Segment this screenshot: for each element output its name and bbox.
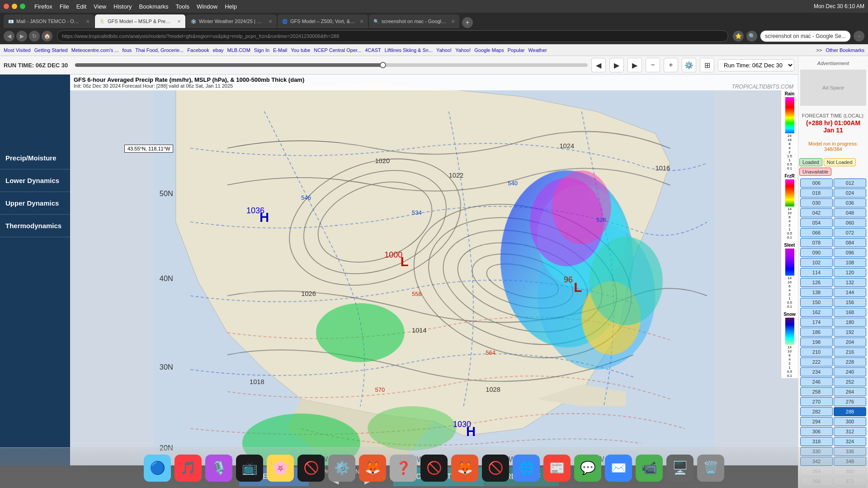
prev-frame-button[interactable]: ◀ xyxy=(591,58,606,72)
forecast-hour-186[interactable]: 186 xyxy=(800,328,833,337)
forecast-hour-036[interactable]: 036 xyxy=(834,198,866,207)
forecast-hour-084[interactable]: 084 xyxy=(834,238,866,247)
grid-button[interactable]: ⊞ xyxy=(700,58,714,72)
plus-button[interactable]: + xyxy=(664,58,678,72)
forecast-hour-138[interactable]: 138 xyxy=(800,288,833,297)
dock-messages[interactable]: 💬 xyxy=(574,455,601,482)
menu-file[interactable]: File xyxy=(60,3,69,10)
dock-help[interactable]: ❓ xyxy=(390,455,417,482)
close-tab-gfs-mslp[interactable]: ✕ xyxy=(177,19,181,24)
forecast-hour-006[interactable]: 006 xyxy=(800,178,833,188)
dock-news[interactable]: 📰 xyxy=(543,455,571,482)
address-bar[interactable]: https://www.tropicaltidbits.com/analysis… xyxy=(57,30,728,42)
maximize-button[interactable] xyxy=(20,4,25,9)
forward-button[interactable]: ▶ xyxy=(16,31,27,42)
close-tab-winter[interactable]: ✕ xyxy=(269,19,272,24)
window-controls[interactable] xyxy=(4,4,25,9)
search-button[interactable]: → xyxy=(854,31,864,42)
sidebar-item-precip[interactable]: Precip/Moisture xyxy=(0,147,70,169)
forecast-hour-042[interactable]: 042 xyxy=(800,208,833,217)
forecast-hour-162[interactable]: 162 xyxy=(800,308,833,317)
dock-trash[interactable]: 🗑️ xyxy=(697,455,724,482)
forecast-hour-102[interactable]: 102 xyxy=(800,258,833,267)
bookmark-yahoo2[interactable]: Yahoo! xyxy=(455,47,471,53)
forecast-hour-216[interactable]: 216 xyxy=(834,347,866,357)
dock-finder[interactable]: 🔵 xyxy=(144,455,171,482)
dock-unknown1[interactable]: 🚫 xyxy=(420,455,448,482)
dock-unknown2[interactable]: 🚫 xyxy=(482,455,509,482)
forecast-hour-078[interactable]: 078 xyxy=(800,238,833,247)
forecast-hour-072[interactable]: 072 xyxy=(834,228,866,237)
dock-photos[interactable]: 🌸 xyxy=(267,455,294,482)
minimize-button[interactable] xyxy=(12,4,17,9)
bookmark-getting-started[interactable]: Getting Started xyxy=(34,47,68,53)
forecast-hour-150[interactable]: 150 xyxy=(800,298,833,307)
menu-history[interactable]: History xyxy=(113,3,132,10)
dock-desktop[interactable]: 🖥️ xyxy=(666,455,693,482)
forecast-hour-222[interactable]: 222 xyxy=(800,357,833,366)
forecast-hour-240[interactable]: 240 xyxy=(834,367,866,376)
bookmark-ncep[interactable]: NCEP Central Oper... xyxy=(314,47,361,53)
progress-bar[interactable] xyxy=(75,63,588,67)
menu-window[interactable]: Window xyxy=(197,3,217,10)
forecast-hour-264[interactable]: 264 xyxy=(834,387,866,396)
forecast-hour-090[interactable]: 090 xyxy=(800,248,833,257)
forecast-hour-210[interactable]: 210 xyxy=(800,347,833,357)
bookmark-yahoo1[interactable]: Yahoo! xyxy=(436,47,452,53)
home-button[interactable]: 🏠 xyxy=(42,31,52,42)
forecast-hour-054[interactable]: 054 xyxy=(800,218,833,227)
progress-handle[interactable] xyxy=(380,62,386,68)
bookmark-most-visited[interactable]: Most Visited xyxy=(4,47,31,53)
next-frame-button[interactable]: ▶ xyxy=(627,58,642,72)
forecast-hour-258[interactable]: 258 xyxy=(800,387,833,396)
close-tab-mail[interactable]: ✕ xyxy=(86,19,90,24)
sidebar-item-thermodynamics[interactable]: Thermodynamics xyxy=(0,215,70,237)
back-button[interactable]: ◀ xyxy=(4,31,14,42)
bookmark-4cast[interactable]: 4CAST xyxy=(365,47,381,53)
menu-help[interactable]: Help xyxy=(225,3,237,10)
status-badge-not-loaded[interactable]: Not Loaded xyxy=(824,158,856,166)
forecast-hour-060[interactable]: 060 xyxy=(834,218,866,227)
forecast-hour-324[interactable]: 324 xyxy=(834,437,866,446)
forecast-hour-276[interactable]: 276 xyxy=(834,397,866,406)
dock-mail[interactable]: ✉️ xyxy=(605,455,632,482)
forecast-hour-306[interactable]: 306 xyxy=(800,427,833,436)
forecast-hour-288[interactable]: 288 xyxy=(834,407,866,416)
forecast-hour-144[interactable]: 144 xyxy=(834,288,866,297)
close-tab-gfs-z500[interactable]: ✕ xyxy=(360,19,363,24)
forecast-hour-228[interactable]: 228 xyxy=(834,357,866,366)
bookmark-facebook[interactable]: Facebook xyxy=(187,47,209,53)
bookmark-liftlines[interactable]: Liftlines Skiing & Sn... xyxy=(385,47,433,53)
forecast-hour-132[interactable]: 132 xyxy=(834,278,866,287)
search-google-button[interactable]: 🔍 xyxy=(746,31,757,42)
settings-button[interactable]: ⚙️ xyxy=(682,58,696,72)
sidebar-item-upper-dynamics[interactable]: Upper Dynamics xyxy=(0,192,70,215)
forecast-hour-312[interactable]: 312 xyxy=(834,427,866,436)
dock-reeder[interactable]: 🦊 xyxy=(359,455,386,482)
dock-facetime[interactable]: 📹 xyxy=(636,455,663,482)
dock-system-prefs[interactable]: ⚙️ xyxy=(328,455,355,482)
forecast-hour-198[interactable]: 198 xyxy=(800,338,833,347)
forecast-hour-114[interactable]: 114 xyxy=(800,268,833,277)
forecast-hour-048[interactable]: 048 xyxy=(834,208,866,217)
bookmark-email[interactable]: E-Mail xyxy=(273,47,287,53)
run-select[interactable]: Run Time: 06Z Dec 30 xyxy=(718,59,794,71)
bookmark-weather[interactable]: Weather xyxy=(528,47,547,53)
forecast-hour-234[interactable]: 234 xyxy=(800,367,833,376)
menu-firefox[interactable]: Firefox xyxy=(34,3,52,10)
dock-firefox[interactable]: 🦊 xyxy=(451,455,478,482)
forecast-hour-252[interactable]: 252 xyxy=(834,377,866,386)
forecast-hour-282[interactable]: 282 xyxy=(800,407,833,416)
forecast-hour-030[interactable]: 030 xyxy=(800,198,833,207)
forecast-hour-180[interactable]: 180 xyxy=(834,318,866,327)
sidebar-item-lower-dynamics[interactable]: Lower Dynamics xyxy=(0,169,70,192)
more-bookmarks[interactable]: >> xyxy=(816,47,822,53)
bookmark-google-maps[interactable]: Google Maps xyxy=(474,47,504,53)
bookmark-mlbcom[interactable]: MLB.COM xyxy=(227,47,250,53)
bookmark-other[interactable]: Other Bookmarks xyxy=(826,47,864,53)
bookmark-thai-food[interactable]: Thai Food, Grocerie... xyxy=(135,47,184,53)
forecast-hour-300[interactable]: 300 xyxy=(834,417,866,426)
forecast-hour-024[interactable]: 024 xyxy=(834,188,866,197)
new-tab-button[interactable]: + xyxy=(462,17,473,28)
tab-winter-weather[interactable]: ❄️ Winter Weather 2024/25 | Page ... ✕ xyxy=(186,14,277,28)
